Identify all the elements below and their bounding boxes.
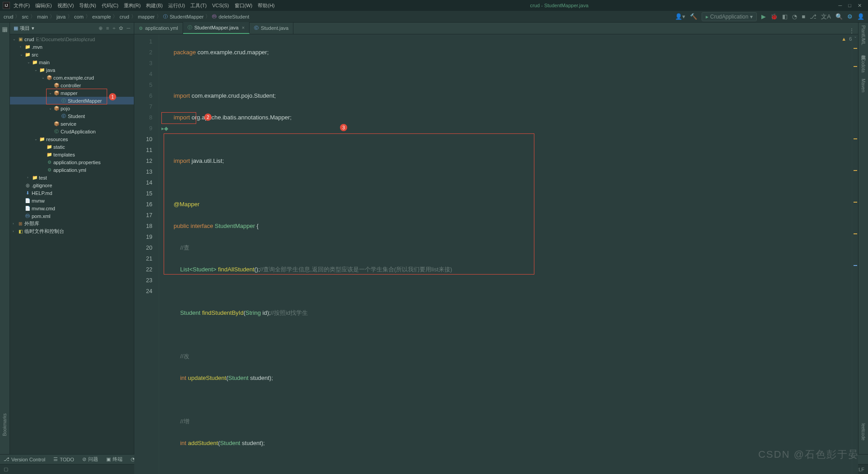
menu-run[interactable]: 运行(U) <box>168 2 185 9</box>
run-gutter-icon[interactable]: ▸◆ <box>159 123 170 134</box>
inspection-widget[interactable]: ▲ 6 ˇ <box>841 36 856 42</box>
interface-icon: Ⓘ <box>163 14 168 20</box>
profile-icon[interactable]: ◔ <box>792 13 797 20</box>
todo-tool[interactable]: ☰ TODO <box>53 456 74 462</box>
menu-vcs[interactable]: VCS(S) <box>212 3 229 8</box>
menu-file[interactable]: 文件(F) <box>14 2 30 9</box>
close-tab-icon[interactable]: × <box>242 25 245 30</box>
settings-icon[interactable]: ✿ <box>119 25 123 31</box>
settings-icon[interactable]: ⚙ <box>847 13 853 20</box>
interface-icon: Ⓘ <box>188 24 192 31</box>
tree-main[interactable]: ⌄📁main <box>10 58 134 66</box>
menu-build[interactable]: 构建(B) <box>146 2 163 9</box>
problems-tool[interactable]: ⊘ 问题 <box>82 456 98 463</box>
coverage-icon[interactable]: ◧ <box>782 13 788 20</box>
menu-tools[interactable]: 工具(T) <box>190 2 207 9</box>
plantuml-tool[interactable]: PlantUML <box>861 25 866 45</box>
tree-mvnw-cmd[interactable]: 📄mvnw.cmd <box>10 204 134 212</box>
bookmarks-tool[interactable]: Bookmarks <box>2 413 7 436</box>
search-icon[interactable]: 🔍 <box>835 13 843 20</box>
project-panel: ▦ 项目 ▾ ⊕ ≡ ÷ ✿ ─ ⌄▣crudE:\Documets\Deskt… <box>10 23 134 454</box>
collapse-all-icon[interactable]: ÷ <box>113 25 115 31</box>
gutter-icons: ▸◆ <box>159 34 170 474</box>
tree-help[interactable]: ⬇HELP.md <box>10 189 134 197</box>
tree-pom[interactable]: ⓜpom.xml <box>10 212 134 220</box>
badge-1: 1 <box>109 93 116 100</box>
marker-bar[interactable] <box>852 34 858 474</box>
git-icon[interactable]: ⎇ <box>810 13 816 20</box>
terminal-tool[interactable]: ▣ 终端 <box>106 456 123 463</box>
maximize-icon[interactable]: □ <box>848 3 851 9</box>
tree-crud-app[interactable]: ⒸCrudApplication <box>10 128 134 135</box>
tree-test[interactable]: ›📁test <box>10 174 134 181</box>
code-content[interactable]: package com.example.crud.mapper; import … <box>170 34 852 474</box>
tree-templates[interactable]: 📁templates <box>10 151 134 158</box>
codota-tool[interactable]: Codota <box>861 58 866 72</box>
crumb-5[interactable]: example <box>92 14 111 19</box>
menu-window[interactable]: 窗口(W) <box>235 2 253 9</box>
tree-src[interactable]: ⌄📁src <box>10 51 134 58</box>
maven-tool[interactable]: Maven <box>861 79 866 92</box>
tab-student-mapper[interactable]: ⒾStudentMapper.java× <box>183 22 250 34</box>
project-tool-icon[interactable]: ▦ <box>2 25 8 33</box>
tree-pojo[interactable]: ⌄📦pojo <box>10 104 134 112</box>
tree-gitignore[interactable]: ◎.gitignore <box>10 181 134 189</box>
class-icon: Ⓒ <box>254 25 259 31</box>
project-tree: ⌄▣crudE:\Documets\Desktop\crud ›📁.mvn ⌄📁… <box>10 34 134 454</box>
expand-all-icon[interactable]: ≡ <box>106 25 109 31</box>
tree-scratch[interactable]: ›◧临时文件和控制台 <box>10 228 134 235</box>
line-gutter: 12345678 9101112131415161718192021222324 <box>134 34 159 474</box>
translate-icon[interactable]: 文A <box>821 13 831 21</box>
menu-refactor[interactable]: 重构(R) <box>124 2 141 9</box>
menu-nav[interactable]: 导航(N) <box>79 2 96 9</box>
leetcode-tool[interactable]: leetcode <box>861 423 866 441</box>
tab-application-yml[interactable]: ⚙application.yml <box>134 22 183 34</box>
tree-app-yml[interactable]: ⚙application.yml <box>10 166 134 174</box>
crumb-4[interactable]: com <box>74 14 84 19</box>
close-icon[interactable]: ✕ <box>858 3 862 9</box>
tree-mvn[interactable]: ›📁.mvn <box>10 43 134 51</box>
tree-controller[interactable]: 📦controller <box>10 81 134 89</box>
run-icon[interactable]: ▶ <box>761 13 766 20</box>
crumb-1[interactable]: src <box>22 14 28 19</box>
tree-root[interactable]: ⌄▣crudE:\Documets\Desktop\crud <box>10 35 134 43</box>
crumb-6[interactable]: crud <box>119 14 129 19</box>
watermark: CSDN @石色彭于晏 <box>758 448 859 461</box>
tree-java[interactable]: ⌄📁java <box>10 66 134 74</box>
tool-window-icon[interactable]: ▢ <box>4 466 8 472</box>
hammer-icon[interactable]: 🔨 <box>690 13 697 20</box>
crumb-9[interactable]: deleteStudent <box>218 14 249 19</box>
menu-code[interactable]: 代码(C) <box>102 2 118 9</box>
tree-ext-lib[interactable]: ›⊞外部库 <box>10 220 134 228</box>
menu-edit[interactable]: 编辑(E) <box>35 2 52 9</box>
run-config[interactable]: ▸ CrudApplication ▾ <box>702 12 757 21</box>
stop-icon[interactable]: ■ <box>802 13 805 20</box>
debug-icon[interactable]: 🐞 <box>770 13 778 20</box>
user-icon[interactable]: 👤▾ <box>675 13 685 20</box>
menu-help[interactable]: 帮助(H) <box>258 2 274 9</box>
tab-student[interactable]: ⒸStudent.java <box>250 22 293 34</box>
badge-2: 2 <box>204 114 212 121</box>
breadcrumb: crud〉 src〉 main〉 java〉 com〉 example〉 cru… <box>4 13 249 20</box>
tree-resources[interactable]: ⌄📁resources <box>10 135 134 143</box>
tree-mvnw[interactable]: 📄mvnw <box>10 197 134 204</box>
tree-pkg[interactable]: ⌄📦com.example.crud <box>10 74 134 81</box>
avatar-icon[interactable]: 👤 <box>857 13 864 20</box>
select-open-file-icon[interactable]: ⊕ <box>99 25 103 31</box>
crumb-7[interactable]: mapper <box>138 14 155 19</box>
crumb-3[interactable]: java <box>57 14 66 19</box>
code-editor[interactable]: 12345678 9101112131415161718192021222324… <box>134 34 858 474</box>
tree-student[interactable]: ⒸStudent <box>10 112 134 120</box>
hide-icon[interactable]: ─ <box>127 25 130 31</box>
crumb-0[interactable]: crud <box>4 14 13 19</box>
tree-service[interactable]: 📦service <box>10 120 134 128</box>
minimize-icon[interactable]: ─ <box>839 3 842 9</box>
crumb-2[interactable]: main <box>37 14 48 19</box>
tree-app-props[interactable]: ⚙application.properties <box>10 158 134 166</box>
menu-view[interactable]: 视图(V) <box>57 2 74 9</box>
crumb-8[interactable]: StudentMapper <box>170 14 203 19</box>
tabs-menu-icon[interactable]: ⋮ <box>849 28 854 34</box>
vcs-tool[interactable]: ⎇ Version Control <box>4 456 45 462</box>
project-header-label: 项目 <box>20 25 30 32</box>
tree-static[interactable]: 📁static <box>10 143 134 151</box>
